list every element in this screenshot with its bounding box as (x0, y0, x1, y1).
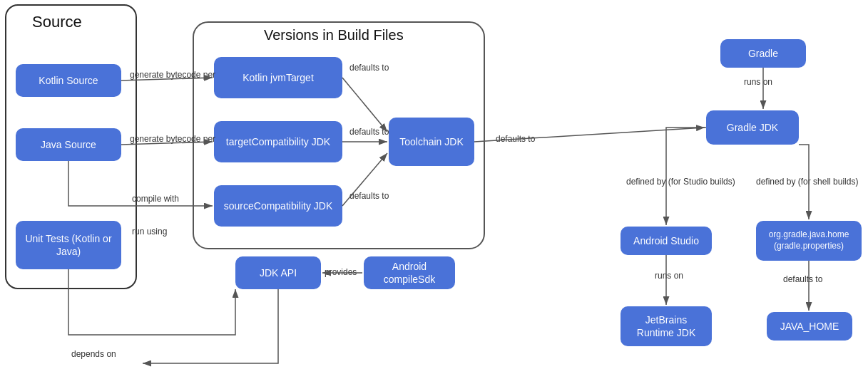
toolchain-jdk-node: Toolchain JDK (389, 118, 474, 166)
label-generate-2: generate bytecode per (130, 134, 215, 145)
gradle-jdk-node: Gradle JDK (706, 110, 799, 145)
android-studio-node: Android Studio (621, 227, 712, 255)
label-generate-1: generate bytecode per (130, 70, 215, 81)
label-defaults-to-javahome: defaults to (783, 274, 822, 286)
label-run-using: run using (132, 227, 167, 238)
android-compilesdk-node: Android compileSdk (364, 256, 455, 289)
target-compat-node: targetCompatibility JDK (214, 121, 342, 162)
label-runs-on-jetbrains: runs on (655, 271, 683, 282)
label-defined-by-studio: defined by (for Studio builds) (626, 177, 735, 188)
label-provides: provides (325, 267, 357, 279)
kotlin-source-node: Kotlin Source (16, 64, 121, 97)
label-compile-with: compile with (132, 194, 179, 205)
label-defined-by-shell: defined by (for shell builds) (756, 177, 858, 188)
label-defaults-to-2: defaults to (349, 127, 389, 138)
jdk-api-node: JDK API (235, 256, 321, 289)
org-gradle-node: org.gradle.java.home (gradle.properties) (756, 221, 862, 261)
kotlin-jvmtarget-node: Kotlin jvmTarget (214, 57, 342, 98)
source-title: Source (32, 13, 82, 31)
gradle-node: Gradle (720, 39, 806, 68)
diagram: Source Versions in Build Files Kotlin So… (0, 0, 868, 374)
unit-tests-node: Unit Tests (Kotlin or Java) (16, 221, 121, 269)
versions-title: Versions in Build Files (264, 27, 404, 43)
label-defaults-to-toolchain: defaults to (496, 134, 535, 145)
java-home-node: JAVA_HOME (767, 312, 852, 341)
jetbrains-runtime-node: JetBrains Runtime JDK (621, 306, 712, 346)
label-defaults-to-1: defaults to (349, 63, 389, 74)
label-depends-on: depends on (71, 349, 116, 360)
label-runs-on-gradle: runs on (744, 77, 772, 88)
source-compat-node: sourceCompatibility JDK (214, 185, 342, 227)
label-defaults-to-3: defaults to (349, 191, 389, 202)
java-source-node: Java Source (16, 128, 121, 161)
